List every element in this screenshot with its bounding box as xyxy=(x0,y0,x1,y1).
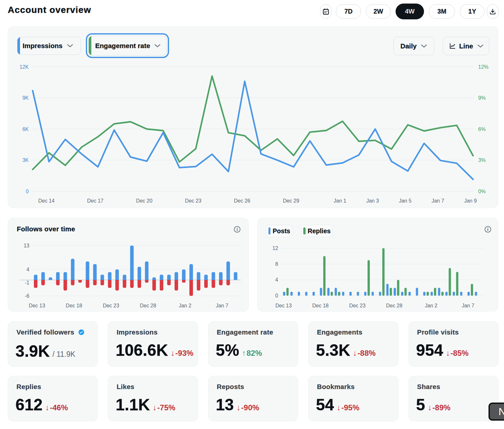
svg-text:4: 4 xyxy=(275,277,278,283)
svg-text:Jan 3: Jan 3 xyxy=(366,198,379,204)
svg-text:3%: 3% xyxy=(478,157,486,163)
svg-text:Dec 26: Dec 26 xyxy=(234,198,250,204)
svg-text:9%: 9% xyxy=(478,95,486,101)
svg-text:0: 0 xyxy=(26,189,29,194)
svg-text:Jan 5: Jan 5 xyxy=(399,198,411,204)
svg-text:Dec 23: Dec 23 xyxy=(103,303,119,308)
svg-text:Jan 1: Jan 1 xyxy=(334,198,346,204)
svg-text:12K: 12K xyxy=(20,64,29,70)
svg-text:3K: 3K xyxy=(22,157,29,163)
svg-text:Jan 7: Jan 7 xyxy=(431,198,444,204)
svg-text:Dec 28: Dec 28 xyxy=(140,303,156,308)
svg-text:Dec 18: Dec 18 xyxy=(66,303,82,308)
svg-text:Dec 13: Dec 13 xyxy=(275,303,292,308)
svg-text:Dec 29: Dec 29 xyxy=(283,198,299,204)
svg-text:0: 0 xyxy=(275,293,278,298)
svg-text:6K: 6K xyxy=(22,126,29,132)
svg-text:Jan 7: Jan 7 xyxy=(216,303,228,308)
svg-text:Dec 13: Dec 13 xyxy=(29,303,45,308)
svg-text:Jan 2: Jan 2 xyxy=(425,303,438,308)
svg-text:12: 12 xyxy=(272,245,278,251)
svg-text:Dec 14: Dec 14 xyxy=(38,198,55,204)
svg-text:9K: 9K xyxy=(22,95,29,101)
svg-text:8: 8 xyxy=(275,261,278,267)
svg-text:Dec 23: Dec 23 xyxy=(349,303,366,308)
svg-text:-1: -1 xyxy=(25,280,29,285)
svg-text:Jan 2: Jan 2 xyxy=(179,303,191,308)
svg-text:12%: 12% xyxy=(478,64,489,70)
svg-text:Jan 7: Jan 7 xyxy=(462,303,474,308)
svg-text:6%: 6% xyxy=(478,126,486,132)
svg-text:Dec 18: Dec 18 xyxy=(312,303,329,308)
svg-text:Dec 17: Dec 17 xyxy=(87,198,104,204)
svg-text:13: 13 xyxy=(24,243,29,248)
svg-text:Dec 20: Dec 20 xyxy=(136,198,153,204)
svg-text:-6: -6 xyxy=(25,293,29,299)
svg-text:0%: 0% xyxy=(478,189,486,194)
svg-text:4: 4 xyxy=(26,267,29,272)
svg-text:Dec 23: Dec 23 xyxy=(185,198,201,204)
svg-text:Jan 9: Jan 9 xyxy=(464,198,477,204)
svg-text:Dec 28: Dec 28 xyxy=(386,303,402,308)
